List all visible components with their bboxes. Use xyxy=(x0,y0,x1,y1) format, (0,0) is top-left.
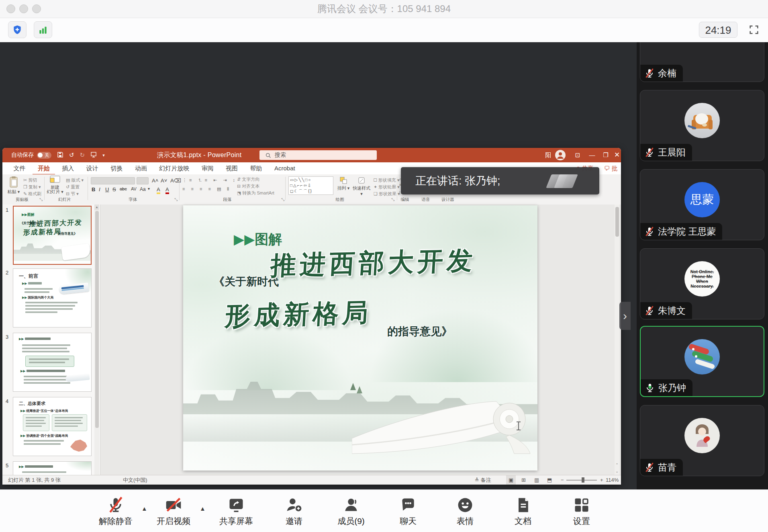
zoom-out-button[interactable]: − xyxy=(561,475,564,485)
security-button[interactable] xyxy=(8,21,27,38)
next-slide-icon[interactable]: ⌄ xyxy=(615,469,619,473)
tab-design[interactable]: 设计 xyxy=(81,162,104,174)
scroll-up-icon[interactable]: ▲ xyxy=(94,205,99,210)
italic-button[interactable]: I xyxy=(99,186,100,192)
reading-view-icon[interactable]: ▥ xyxy=(534,475,539,485)
copy-button[interactable]: ❐ 复制 ▾ xyxy=(23,184,41,190)
tab-help[interactable]: 帮助 xyxy=(245,162,268,174)
zoom-percent[interactable]: 114% xyxy=(606,475,619,485)
sidebar-collapse-handle[interactable]: › xyxy=(619,302,631,330)
ppt-restore-icon[interactable]: ❐ xyxy=(601,148,611,162)
zoom-slider-thumb[interactable] xyxy=(582,477,584,483)
shape-outline-button[interactable]: ✦ 形状轮廓 ▾ xyxy=(374,184,400,190)
paste-button[interactable]: 粘贴 ▾ xyxy=(6,176,21,195)
start-video-button[interactable]: 开启视频 xyxy=(149,495,198,527)
paragraph-dialog-launcher[interactable]: ⤡ xyxy=(281,197,284,202)
ppt-comments-button[interactable]: 🗩 批注 xyxy=(604,162,621,174)
invite-button[interactable]: 邀请 xyxy=(270,495,318,527)
new-slide-button[interactable]: 新建幻灯片 ▾ xyxy=(47,176,63,194)
settings-button[interactable]: 设置 xyxy=(558,495,606,527)
qat-dropdown-icon[interactable]: ▾ xyxy=(102,153,105,158)
slide-sorter-icon[interactable]: ⊞ xyxy=(521,475,526,485)
arrange-button[interactable]: 排列 ▾ xyxy=(337,176,350,191)
tab-animations[interactable]: 动画 xyxy=(130,162,152,174)
video-options-arrow-icon[interactable]: ▲ xyxy=(200,505,206,512)
unmute-button[interactable]: 解除静音 xyxy=(92,495,140,527)
slide-thumbnail-1[interactable]: ▶▶图解 推进西部大开发 《关于新时代 形成新格局 的指导意见》 xyxy=(13,206,92,265)
strike-abc-button[interactable]: abc xyxy=(120,186,127,191)
font-dialog-launcher[interactable]: ⤡ xyxy=(174,197,178,202)
quick-styles-button[interactable]: 快速样式 ▾ xyxy=(353,176,370,196)
slide-thumbnail-4[interactable]: 二、总体要求 ▶▶ 统筹推进“五位一体”总体布局 xyxy=(13,397,92,456)
emoji-button[interactable]: 表情 xyxy=(441,495,489,527)
participant-tile[interactable]: Not Online. Phone Me When Necessary. 朱博文 xyxy=(640,248,764,319)
case-dropdown-icon[interactable]: ▾ xyxy=(148,186,150,191)
shapes-gallery[interactable]: ▭▷╲╲□○□△⌐⌐⇦⇩◻☾⌒⌒{} xyxy=(288,176,333,195)
reset-button[interactable]: ↺ 重置 xyxy=(66,184,80,190)
slide-thumbnail-5[interactable]: ▶▶ xyxy=(13,461,92,475)
chat-button[interactable]: 聊天 xyxy=(384,495,432,527)
zoom-in-button[interactable]: + xyxy=(600,475,603,485)
layout-button[interactable]: ▤ 版式 ▾ xyxy=(66,177,84,183)
participant-tile[interactable]: 王晨阳 xyxy=(640,90,764,161)
tab-view[interactable]: 视图 xyxy=(221,162,243,174)
tab-transitions[interactable]: 切换 xyxy=(105,162,128,174)
font-color-button[interactable]: A xyxy=(165,186,169,194)
cut-button[interactable]: ✂ 剪切 xyxy=(23,177,37,183)
bold-button[interactable]: B xyxy=(92,186,95,192)
participant-tile-speaking[interactable]: 张乃钟 xyxy=(640,326,764,397)
shrink-font-button[interactable]: A˅ xyxy=(161,178,167,184)
participant-tile[interactable]: 思蒙 法学院 王思蒙 xyxy=(640,169,764,240)
tab-file[interactable]: 文件 xyxy=(8,162,31,174)
slide-scrollbar[interactable]: ⌃ ⌄ xyxy=(615,205,619,475)
font-name-select[interactable] xyxy=(91,177,135,184)
share-screen-button[interactable]: 共享屏幕 xyxy=(212,495,260,527)
language-status[interactable]: 中文(中国) xyxy=(123,475,147,485)
notes-button[interactable]: ≜ 备注 xyxy=(475,475,491,485)
thumbnail-scrollbar[interactable]: ▲ xyxy=(94,205,99,475)
grow-font-button[interactable]: A˄ xyxy=(152,178,158,184)
slide-scrollbar-thumb[interactable] xyxy=(615,207,619,237)
tab-acrobat[interactable]: Acrobat xyxy=(269,162,300,174)
slide-thumbnail-3[interactable]: ▶▶ ▶▶ xyxy=(13,333,92,392)
redo-icon[interactable]: ↻ xyxy=(80,151,85,159)
ribbon-display-options-icon[interactable]: ⊡ xyxy=(573,148,582,162)
ppt-user-avatar[interactable] xyxy=(555,150,566,160)
normal-view-icon[interactable]: ▣ xyxy=(506,475,516,485)
ppt-search-input[interactable]: 搜索 xyxy=(259,150,377,160)
autosave-toggle[interactable]: 关 xyxy=(37,152,51,159)
undo-icon[interactable]: ↺ xyxy=(69,151,74,159)
participant-tile[interactable]: 余楠 xyxy=(640,42,764,82)
clear-formatting-button[interactable]: A⌫ xyxy=(170,178,181,184)
tab-home[interactable]: 开始 xyxy=(33,162,55,175)
start-slideshow-icon[interactable] xyxy=(90,151,97,159)
save-icon[interactable] xyxy=(57,151,63,159)
tab-insert[interactable]: 插入 xyxy=(57,162,79,174)
slide-thumbnail-2[interactable]: 一、前言 ▶▶ ▶▶ 国际国内两个大局 xyxy=(13,268,92,327)
mic-options-arrow-icon[interactable]: ▲ xyxy=(141,505,147,512)
shape-effects-button[interactable]: ❏ 形状效果 ▾ xyxy=(374,191,400,197)
section-button[interactable]: ⊟ 节 ▾ xyxy=(66,191,79,197)
font-size-select[interactable] xyxy=(137,177,149,184)
text-direction-button[interactable]: ⇵ 文字方向 xyxy=(237,176,259,182)
ppt-close-icon[interactable]: ✕ xyxy=(613,148,621,162)
shape-fill-button[interactable]: 🞏 形状填充 ▾ xyxy=(374,177,399,183)
strikethrough-button[interactable]: S xyxy=(112,186,116,192)
fullscreen-button[interactable] xyxy=(745,21,763,38)
ppt-minimize-icon[interactable]: — xyxy=(587,148,597,162)
smartart-button[interactable]: ⬔ 转换为 SmartArt xyxy=(237,190,274,196)
tab-review[interactable]: 审阅 xyxy=(196,162,219,174)
underline-button[interactable]: U xyxy=(105,186,109,192)
slideshow-view-icon[interactable]: ⬒ xyxy=(547,475,552,485)
members-button[interactable]: 成员(9) xyxy=(327,495,375,527)
documents-button[interactable]: 文档 xyxy=(499,495,547,527)
align-text-button[interactable]: ⊟ 对齐文本 xyxy=(237,183,259,189)
change-case-button[interactable]: Aa xyxy=(140,186,146,192)
previous-slide-icon[interactable]: ⌃ xyxy=(615,463,619,467)
clipboard-dialog-launcher[interactable]: ⤡ xyxy=(39,197,43,202)
thumbnail-scrollbar-thumb[interactable] xyxy=(95,211,99,428)
format-painter-button[interactable]: ✎ 格式刷 xyxy=(23,191,41,197)
network-stats-button[interactable] xyxy=(34,21,52,38)
participant-tile[interactable]: 苗青 xyxy=(640,405,764,476)
slide-canvas[interactable]: ▶▶图解 《关于新时代 推进西部大开发 形成新格局 的指导意见》 xyxy=(183,205,537,471)
